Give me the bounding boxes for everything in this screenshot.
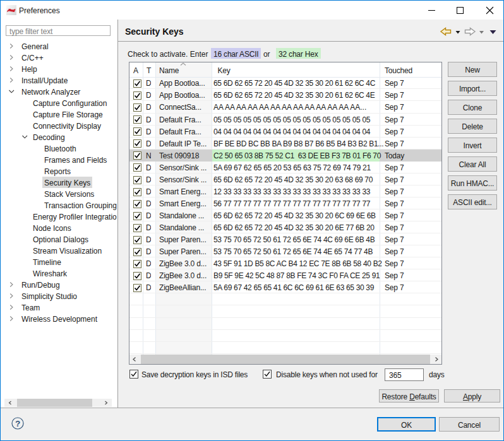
- svg-text:?: ?: [15, 419, 20, 428]
